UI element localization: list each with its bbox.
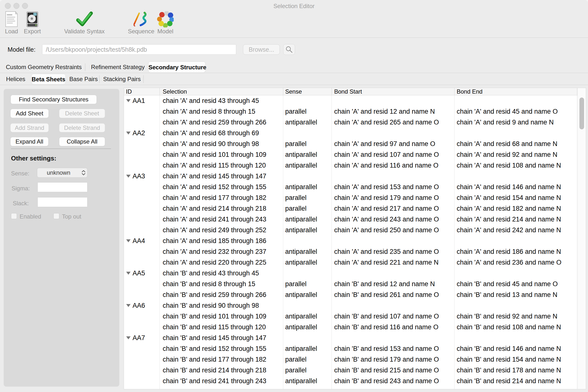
table-row[interactable]: chain 'A' and resid 177 through 182 para… <box>124 192 586 203</box>
bond-start-cell: chain 'A' and resid 265 and name O <box>334 117 454 128</box>
table-row[interactable]: chain 'B' and resid 249 through 252 anti… <box>124 386 586 389</box>
sense-cell <box>285 128 331 138</box>
table-row[interactable]: chain 'B' and resid 177 through 182 para… <box>124 354 586 365</box>
column-header-bond-end[interactable]: Bond End <box>457 88 574 95</box>
export-button[interactable]: Export <box>22 11 43 35</box>
tab-beta-sheets[interactable]: Beta Sheets <box>31 74 66 84</box>
selection-cell: chain 'A' and resid 214 through 218 <box>163 203 283 214</box>
table-row[interactable]: chain 'A' and resid 249 through 252 anti… <box>124 225 586 236</box>
disclosure-triangle-icon[interactable] <box>126 132 130 134</box>
disclosure-triangle-icon[interactable] <box>126 239 130 242</box>
sense-cell <box>285 332 331 343</box>
table-row[interactable]: chain 'B' and resid 8 through 15 paralle… <box>124 278 586 289</box>
top-out-checkbox[interactable] <box>54 213 59 219</box>
load-button[interactable]: Load <box>2 11 20 35</box>
column-header-selection[interactable]: Selection <box>163 88 280 95</box>
table-row[interactable]: chain 'A' and resid 259 through 266 anti… <box>124 117 586 128</box>
table-row[interactable]: chain 'A' and resid 115 through 120 anti… <box>124 160 586 171</box>
disclosure-triangle-icon[interactable] <box>126 272 130 275</box>
table-row[interactable]: AA7 chain 'B' and resid 145 through 147 <box>124 332 586 343</box>
table-row[interactable]: chain 'B' and resid 101 through 109 anti… <box>124 311 586 322</box>
tab-base-pairs[interactable]: Base Pairs <box>69 74 96 85</box>
selection-cell: chain 'B' and resid 177 through 182 <box>163 354 283 365</box>
table-row[interactable]: chain 'A' and resid 8 through 15 paralle… <box>124 106 586 117</box>
disclosure-triangle-icon[interactable] <box>126 336 130 339</box>
table-row[interactable]: AA5 chain 'B' and resid 43 through 45 <box>124 268 586 278</box>
scrollbar-thumb[interactable] <box>580 98 584 129</box>
bond-end-cell: chain 'B' and resid 154 and name N <box>457 354 577 365</box>
sigma-field[interactable] <box>38 182 88 192</box>
table-row[interactable]: AA1 chain 'A' and resid 43 through 45 <box>124 95 586 106</box>
tab-secondary-structure[interactable]: Secondary Structure <box>148 62 206 73</box>
table-row[interactable]: AA6 chain 'B' and resid 90 through 98 <box>124 300 586 311</box>
sense-cell: antiparallel <box>285 257 331 268</box>
table-row[interactable]: chain 'A' and resid 220 through 225 anti… <box>124 257 586 268</box>
selection-cell: chain 'B' and resid 43 through 45 <box>163 268 283 278</box>
primary-tab-bar: Custom Geometry Restraints Refinement St… <box>0 62 588 73</box>
model-button[interactable]: Model <box>154 11 176 35</box>
add-sheet-button[interactable]: Add Sheet <box>10 109 49 118</box>
table-row[interactable]: chain 'A' and resid 152 through 155 anti… <box>124 182 586 192</box>
table-row[interactable]: chain 'B' and resid 152 through 155 anti… <box>124 343 586 354</box>
bond-start-cell: chain 'B' and resid 107 and name O <box>334 311 454 322</box>
find-secondary-structures-button[interactable]: Find Secondary Structures <box>10 95 97 104</box>
bond-end-cell <box>457 268 577 278</box>
disclosure-triangle-icon[interactable] <box>126 99 130 102</box>
tab-refinement-strategy[interactable]: Refinement Strategy <box>89 62 146 73</box>
sheet-id: AA1 <box>132 95 145 106</box>
bond-start-cell <box>334 332 454 343</box>
bond-end-cell: chain 'B' and resid 178 and name N <box>457 365 577 376</box>
table-row[interactable]: AA2 chain 'A' and resid 68 through 69 <box>124 128 586 138</box>
collapse-all-button[interactable]: Collapse All <box>59 137 105 146</box>
selection-cell: chain 'A' and resid 145 through 147 <box>163 171 283 182</box>
delete-strand-button[interactable]: Delete Strand <box>59 123 105 132</box>
table-row[interactable]: chain 'A' and resid 101 through 109 anti… <box>124 149 586 160</box>
bond-start-cell <box>334 171 454 182</box>
model-file-input[interactable] <box>42 44 236 55</box>
selection-cell: chain 'A' and resid 90 through 98 <box>163 138 283 149</box>
slack-field[interactable] <box>38 197 88 207</box>
delete-sheet-button[interactable]: Delete Sheet <box>59 109 105 118</box>
disclosure-triangle-icon[interactable] <box>126 175 130 178</box>
table-row[interactable]: AA3 chain 'A' and resid 145 through 147 <box>124 171 586 182</box>
tab-helices[interactable]: Helices <box>6 74 26 85</box>
slack-label: Slack: <box>13 200 29 207</box>
sense-cell: antiparallel <box>285 289 331 300</box>
sense-cell: antiparallel <box>285 214 331 225</box>
bond-end-cell: chain 'B' and resid 13 and name N <box>457 289 577 300</box>
disclosure-triangle-icon[interactable] <box>126 304 130 307</box>
column-header-id[interactable]: ID <box>126 88 158 95</box>
sequence-button[interactable]: Sequence <box>128 11 152 35</box>
column-header-sense[interactable]: Sense <box>285 88 329 95</box>
add-strand-button[interactable]: Add Strand <box>10 123 49 132</box>
table-row[interactable]: chain 'B' and resid 214 through 218 para… <box>124 365 586 376</box>
browse-button[interactable]: Browse... <box>243 44 280 55</box>
sheet-id: AA5 <box>132 268 145 278</box>
table-row[interactable]: chain 'B' and resid 259 through 266 anti… <box>124 289 586 300</box>
expand-all-button[interactable]: Expand All <box>10 137 48 146</box>
sense-cell: parallel <box>285 138 331 149</box>
table-row[interactable]: chain 'A' and resid 90 through 98 parall… <box>124 138 586 149</box>
column-header-bond-start[interactable]: Bond Start <box>334 88 452 95</box>
other-settings-title: Other settings: <box>11 154 56 162</box>
sense-cell: parallel <box>285 278 331 289</box>
bond-end-cell: chain 'B' and resid 108 and name N <box>457 322 577 332</box>
table-row[interactable]: chain 'A' and resid 232 through 237 anti… <box>124 246 586 257</box>
search-button[interactable] <box>283 44 295 55</box>
validate-syntax-button[interactable]: Validate Syntax <box>62 11 107 35</box>
table-row[interactable]: chain 'A' and resid 214 through 218 para… <box>124 203 586 214</box>
vertical-scrollbar[interactable] <box>578 88 586 389</box>
tab-stacking-pairs[interactable]: Stacking Pairs <box>103 74 140 85</box>
sheet-controls-panel: Find Secondary Structures Add Sheet Dele… <box>4 89 119 386</box>
tab-custom-geometry-restraints[interactable]: Custom Geometry Restraints <box>6 62 81 73</box>
selection-cell: chain 'A' and resid 241 through 243 <box>163 214 283 225</box>
table-row[interactable]: AA4 chain 'A' and resid 185 through 186 <box>124 236 586 246</box>
table-row[interactable]: chain 'B' and resid 241 through 243 anti… <box>124 376 586 386</box>
sense-cell: parallel <box>285 192 331 203</box>
enabled-checkbox[interactable] <box>11 213 17 219</box>
table-row[interactable]: chain 'B' and resid 115 through 120 anti… <box>124 322 586 332</box>
table-row[interactable]: chain 'A' and resid 241 through 243 anti… <box>124 214 586 225</box>
sheet-id: AA4 <box>132 236 145 246</box>
sense-dropdown[interactable]: unknown <box>37 168 88 178</box>
sense-cell: antiparallel <box>285 182 331 192</box>
